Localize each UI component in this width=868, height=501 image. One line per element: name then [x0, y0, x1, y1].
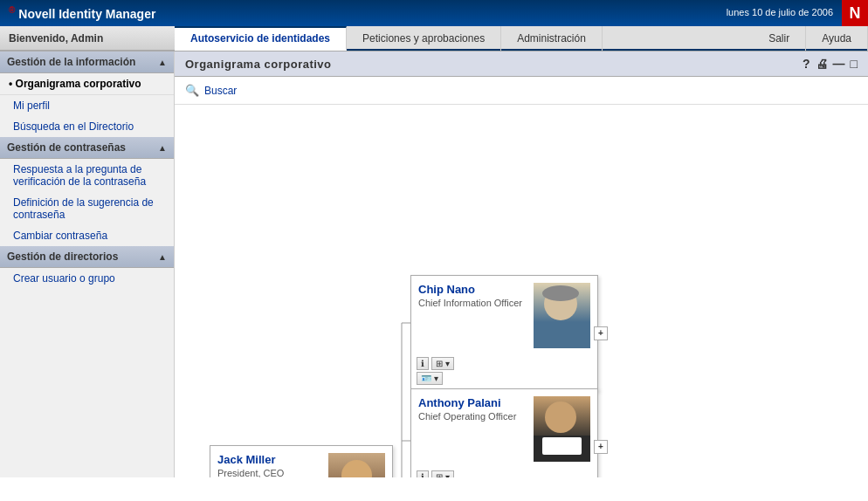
person-photo-chip-nano — [534, 283, 590, 348]
help-icon[interactable]: ? — [803, 57, 810, 71]
minimize-icon[interactable]: — — [833, 57, 845, 71]
chevron-icon: ▲ — [158, 143, 167, 153]
person-title-jack-miller: President, CEO — [217, 468, 323, 477]
sidebar-item-crear-usuario[interactable]: Crear usuario o grupo — [0, 268, 174, 289]
org-button-anthony[interactable]: ⊞ ▾ — [431, 470, 454, 477]
info-button-anthony[interactable]: ℹ — [417, 470, 429, 477]
org-canvas: Jack Miller President, CEO — [183, 113, 777, 477]
maximize-icon[interactable]: □ — [851, 57, 858, 71]
search-link[interactable]: Buscar — [204, 85, 237, 97]
sidebar-section-gestion-contrasenas[interactable]: Gestión de contraseñas ▲ — [0, 137, 174, 159]
person-title-chip-nano: Chief Information Officer — [418, 298, 528, 308]
sidebar-item-respuesta[interactable]: Respuesta a la pregunta de verificación … — [0, 159, 174, 192]
person-name-jack-miller[interactable]: Jack Miller — [217, 453, 323, 466]
tab-administracion[interactable]: Administración — [501, 26, 603, 51]
expand-button-chip[interactable]: + — [594, 326, 608, 340]
main-layout: Gestión de la información ▲ Organigrama … — [0, 51, 868, 477]
person-name-chip-nano[interactable]: Chip Nano — [418, 283, 528, 296]
sidebar-item-cambiar[interactable]: Cambiar contraseña — [0, 225, 174, 246]
org-button-chip[interactable]: ⊞ ▾ — [431, 357, 454, 370]
sidebar-section-gestion-informacion[interactable]: Gestión de la información ▲ — [0, 51, 174, 73]
sidebar-item-mi-perfil[interactable]: Mi perfil — [0, 95, 174, 116]
app-logo: ® Novell Identity Manager — [9, 5, 155, 21]
org-chart: Jack Miller President, CEO — [175, 105, 868, 477]
title-icons: ? 🖨 — □ — [803, 57, 858, 71]
header: ® Novell Identity Manager lunes 10 de ju… — [0, 0, 868, 26]
sidebar-section-gestion-directorios[interactable]: Gestión de directorios ▲ — [0, 246, 174, 268]
search-icon: 🔍 — [185, 84, 199, 97]
tab-peticiones[interactable]: Peticiones y aprobaciones — [347, 26, 501, 51]
welcome-text: Bienvenido, Admin — [9, 32, 103, 45]
expand-button-anthony[interactable]: + — [594, 440, 608, 454]
print-icon[interactable]: 🖨 — [816, 57, 828, 71]
person-card-chip-nano: Chip Nano Chief Information Officer — [410, 275, 598, 391]
nav-tabs: Autoservicio de identidades Peticiones y… — [175, 26, 868, 51]
novell-badge: N — [842, 0, 868, 26]
person-card-anthony-palani: Anthony Palani Chief Operating Officer — [410, 388, 598, 477]
chevron-icon: ▲ — [158, 58, 167, 67]
content-title-bar: Organigrama corporativo ? 🖨 — □ — [175, 51, 868, 77]
info-button-chip[interactable]: ℹ — [417, 357, 429, 370]
id-button-chip[interactable]: 🪪 ▾ — [417, 372, 443, 385]
sidebar-item-busqueda[interactable]: Búsqueda en el Directorio — [0, 116, 174, 137]
person-photo-anthony-palani — [534, 396, 590, 462]
sidebar: Gestión de la información ▲ Organigrama … — [0, 51, 175, 477]
person-name-anthony-palani[interactable]: Anthony Palani — [418, 396, 528, 409]
person-title-anthony-palani: Chief Operating Officer — [418, 411, 528, 422]
search-bar: 🔍 Buscar — [175, 77, 868, 105]
content-area: Organigrama corporativo ? 🖨 — □ 🔍 Buscar — [175, 51, 868, 477]
chevron-icon: ▲ — [158, 252, 167, 262]
person-card-jack-miller: Jack Miller President, CEO — [210, 445, 393, 477]
tab-salir[interactable]: Salir — [753, 26, 806, 51]
page-title: Organigrama corporativo — [185, 58, 332, 71]
header-date: lunes 10 de julio de 2006 — [727, 7, 833, 17]
tab-ayuda[interactable]: Ayuda — [806, 26, 868, 51]
sidebar-item-definicion[interactable]: Definición de la sugerencia de contraseñ… — [0, 192, 174, 225]
sidebar-item-organigrama[interactable]: Organigrama corporativo — [0, 73, 174, 95]
welcome-bar: Bienvenido, Admin — [0, 26, 175, 51]
tab-autoservicio[interactable]: Autoservicio de identidades — [175, 26, 347, 51]
person-photo-jack-miller — [328, 453, 385, 477]
